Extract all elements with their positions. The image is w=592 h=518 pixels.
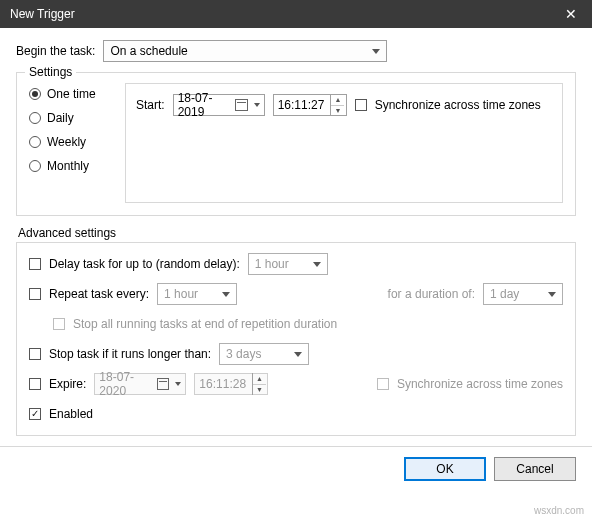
duration-select: 1 day xyxy=(483,283,563,305)
radio-monthly[interactable]: Monthly xyxy=(29,159,125,173)
repeat-task-label: Repeat task every: xyxy=(49,287,149,301)
repeat-task-checkbox[interactable]: Repeat task every: xyxy=(29,287,149,301)
checkbox-icon xyxy=(29,348,41,360)
chevron-down-icon xyxy=(548,292,556,297)
chevron-down-icon xyxy=(313,262,321,267)
close-icon[interactable]: ✕ xyxy=(550,0,592,28)
advanced-settings-title: Advanced settings xyxy=(18,226,576,240)
expire-time-input: 16:11:28 ▲▼ xyxy=(194,373,268,395)
expire-time-value: 16:11:28 xyxy=(199,377,246,391)
spinner-icon[interactable]: ▲▼ xyxy=(330,94,344,116)
expire-date-value: 18-07-2020 xyxy=(99,370,153,398)
advanced-settings-group: Delay task for up to (random delay): 1 h… xyxy=(16,242,576,436)
radio-label: Monthly xyxy=(47,159,89,173)
cancel-button[interactable]: Cancel xyxy=(494,457,576,481)
spinner-icon: ▲▼ xyxy=(252,373,266,395)
begin-task-label: Begin the task: xyxy=(16,44,95,58)
chevron-down-icon xyxy=(175,382,181,386)
radio-daily[interactable]: Daily xyxy=(29,111,125,125)
stop-running-checkbox: Stop all running tasks at end of repetit… xyxy=(53,317,337,331)
expire-date-input: 18-07-2020 xyxy=(94,373,186,395)
enabled-checkbox[interactable]: Enabled xyxy=(29,407,93,421)
watermark: wsxdn.com xyxy=(534,505,584,516)
sync-timezone-checkbox[interactable]: Synchronize across time zones xyxy=(355,98,541,112)
stop-task-value: 3 days xyxy=(226,347,261,361)
chevron-down-icon xyxy=(254,103,260,107)
stop-task-checkbox[interactable]: Stop task if it runs longer than: xyxy=(29,347,211,361)
titlebar: New Trigger ✕ xyxy=(0,0,592,28)
checkbox-icon xyxy=(29,258,41,270)
expire-label: Expire: xyxy=(49,377,86,391)
radio-icon xyxy=(29,112,41,124)
delay-task-value: 1 hour xyxy=(255,257,289,271)
checkbox-icon xyxy=(355,99,367,111)
delay-task-select: 1 hour xyxy=(248,253,328,275)
start-time-input[interactable]: 16:11:27 ▲▼ xyxy=(273,94,347,116)
begin-task-value: On a schedule xyxy=(110,44,187,58)
expire-sync-checkbox: Synchronize across time zones xyxy=(377,377,563,391)
radio-label: Daily xyxy=(47,111,74,125)
begin-task-select[interactable]: On a schedule xyxy=(103,40,387,62)
checkbox-icon xyxy=(29,408,41,420)
settings-group: Settings One time Daily Weekly Monthly xyxy=(16,72,576,216)
start-date-input[interactable]: 18-07-2019 xyxy=(173,94,265,116)
chevron-down-icon xyxy=(372,49,380,54)
stop-task-label: Stop task if it runs longer than: xyxy=(49,347,211,361)
delay-task-checkbox[interactable]: Delay task for up to (random delay): xyxy=(29,257,240,271)
duration-value: 1 day xyxy=(490,287,519,301)
expire-checkbox[interactable]: Expire: xyxy=(29,377,86,391)
chevron-down-icon xyxy=(294,352,302,357)
repeat-task-value: 1 hour xyxy=(164,287,198,301)
checkbox-icon xyxy=(53,318,65,330)
checkbox-icon xyxy=(29,378,41,390)
repeat-task-select: 1 hour xyxy=(157,283,237,305)
settings-legend: Settings xyxy=(25,65,76,79)
radio-label: Weekly xyxy=(47,135,86,149)
ok-button[interactable]: OK xyxy=(404,457,486,481)
checkbox-icon xyxy=(29,288,41,300)
delay-task-label: Delay task for up to (random delay): xyxy=(49,257,240,271)
start-date-value: 18-07-2019 xyxy=(178,91,232,119)
expire-sync-label: Synchronize across time zones xyxy=(397,377,563,391)
radio-label: One time xyxy=(47,87,96,101)
duration-label: for a duration of: xyxy=(388,287,475,301)
radio-icon xyxy=(29,88,41,100)
radio-icon xyxy=(29,160,41,172)
calendar-icon xyxy=(235,99,247,111)
chevron-down-icon xyxy=(222,292,230,297)
radio-weekly[interactable]: Weekly xyxy=(29,135,125,149)
stop-running-label: Stop all running tasks at end of repetit… xyxy=(73,317,337,331)
calendar-icon xyxy=(157,378,169,390)
dialog-footer: OK Cancel xyxy=(0,446,592,491)
radio-icon xyxy=(29,136,41,148)
radio-one-time[interactable]: One time xyxy=(29,87,125,101)
stop-task-select: 3 days xyxy=(219,343,309,365)
start-label: Start: xyxy=(136,98,165,112)
checkbox-icon xyxy=(377,378,389,390)
start-time-value: 16:11:27 xyxy=(278,98,325,112)
sync-timezone-label: Synchronize across time zones xyxy=(375,98,541,112)
window-title: New Trigger xyxy=(10,7,550,21)
enabled-label: Enabled xyxy=(49,407,93,421)
schedule-panel: Start: 18-07-2019 16:11:27 ▲▼ Synchroniz… xyxy=(125,83,563,203)
